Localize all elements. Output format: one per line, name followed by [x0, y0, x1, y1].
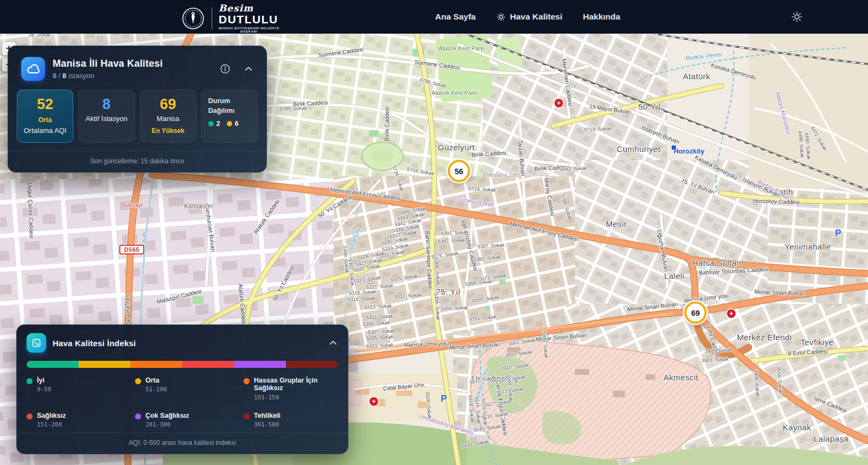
- scale-segment: [182, 361, 234, 368]
- nav-link-home[interactable]: Ana Sayfa: [435, 12, 476, 22]
- legend-item: Orta51-100: [135, 377, 244, 401]
- municipality-emblem-icon: [181, 7, 205, 30]
- legend-color-dot: [244, 413, 250, 419]
- highest-station-name: Manisa: [143, 114, 193, 123]
- active-stations-label: Aktif İstasyon: [81, 114, 131, 123]
- legend-label: Orta: [145, 377, 167, 384]
- status-count-value: 2: [216, 120, 220, 128]
- legend-color-dot: [135, 413, 141, 419]
- highest-label: En Yüksek: [143, 127, 193, 135]
- stat-card-distribution: Durum Dağılımı 26: [201, 90, 258, 143]
- brand-last-name: DUTLULU: [219, 14, 279, 25]
- air-quality-summary-panel: Manisa İli Hava Kalitesi 8 / 8 istasyon: [8, 46, 267, 173]
- legend-label: Hassas Gruplar İçin Sağlıksız: [254, 377, 338, 392]
- aqi-station-marker[interactable]: 69: [685, 302, 707, 324]
- collapse-chevron-icon[interactable]: [244, 64, 253, 74]
- station-count: 8 / 8 istasyon: [53, 72, 163, 80]
- average-aqi-value: 52: [20, 97, 70, 112]
- scale-segment: [27, 361, 79, 368]
- aqi-station-marker[interactable]: 56: [448, 160, 470, 182]
- nav-link-label: Hakkında: [583, 12, 620, 22]
- status-count-value: 6: [235, 120, 239, 128]
- status-dot: [227, 121, 232, 126]
- distribution-title: Durum Dağılımı: [208, 97, 251, 116]
- stat-card-active-stations: 8 Aktif İstasyon: [78, 90, 135, 143]
- legend-item: İyi0-50: [27, 377, 135, 401]
- cloud-icon: [21, 57, 45, 81]
- legend-range: 51-100: [145, 386, 167, 393]
- collapse-chevron-icon[interactable]: [328, 338, 338, 348]
- scale-segment: [79, 361, 131, 368]
- legend-range: 201-300: [145, 421, 189, 428]
- legend-color-dot: [135, 378, 141, 384]
- nav-link-air[interactable]: Hava Kalitesi: [496, 12, 563, 22]
- legend-item: Çok Sağlıksız201-300: [135, 412, 244, 428]
- brand-divider: [212, 8, 212, 29]
- last-update-text: Son güncelleme: 15 dakika önce: [8, 151, 266, 172]
- active-stations-value: 8: [81, 97, 131, 112]
- panel-title: Manisa İli Hava Kalitesi: [53, 58, 163, 69]
- scale-segment: [286, 361, 338, 368]
- legend-label: Çok Sağlıksız: [145, 412, 189, 419]
- legend-item: Sağlıksız151-200: [27, 412, 135, 428]
- legend-footer-text: AQI: 0-500 arası hava kalitesi indeksi: [17, 432, 348, 454]
- highest-aqi-value: 69: [143, 97, 193, 112]
- stat-card-highest: 69 Manisa En Yüksek: [140, 90, 196, 143]
- nav-link-label: Hava Kalitesi: [510, 12, 563, 22]
- distribution-count: 2: [208, 120, 220, 128]
- legend-color-dot: [27, 378, 33, 384]
- distribution-count: 6: [227, 120, 239, 128]
- brand-logo[interactable]: Besim DUTLULU MANİSA BÜYÜKŞEHİR BELEDİYE…: [181, 4, 279, 33]
- legend-color-dot: [27, 413, 33, 419]
- scale-segment: [130, 361, 182, 368]
- stats-row: 52 Orta Ortalama AQI 8 Aktif İstasyon 69…: [17, 90, 258, 143]
- legend-item: Hassas Gruplar İçin Sağlıksız101-150: [244, 377, 338, 401]
- aqi-color-scale: [27, 361, 338, 368]
- legend-label: Sağlıksız: [37, 412, 66, 419]
- legend-item: Tehlikeli301-500: [244, 412, 338, 428]
- legend-label: İyi: [37, 377, 52, 384]
- legend-color-dot: [244, 378, 250, 384]
- palette-icon: [27, 333, 46, 353]
- legend-title: Hava Kalitesi İndeksi: [53, 339, 136, 348]
- sun-icon: [791, 11, 803, 23]
- navbar: Besim DUTLULU MANİSA BÜYÜKŞEHİR BELEDİYE…: [0, 0, 868, 34]
- legend-range: 301-500: [254, 421, 280, 428]
- info-icon[interactable]: [220, 63, 231, 74]
- legend-label: Tehlikeli: [254, 412, 280, 419]
- legend-grid: İyi0-50Orta51-100Hassas Gruplar İçin Sağ…: [17, 377, 348, 428]
- legend-range: 0-50: [37, 386, 52, 393]
- theme-toggle-button[interactable]: [790, 10, 804, 24]
- average-aqi-label: Ortalama AQI: [20, 126, 70, 135]
- brand-first-name: Besim: [219, 4, 279, 13]
- scale-segment: [234, 361, 286, 368]
- legend-range: 151-200: [37, 421, 66, 428]
- aqi-legend-panel: Hava Kalitesi İndeksi İyi0-50Orta51-100H…: [16, 324, 348, 454]
- average-aqi-category: Orta: [20, 116, 70, 124]
- stat-card-average-aqi: 52 Orta Ortalama AQI: [17, 90, 73, 143]
- sun-icon: [496, 12, 506, 22]
- nav-links: Ana SayfaHava KalitesiHakkında: [435, 0, 620, 34]
- nav-link-label: Ana Sayfa: [435, 12, 476, 22]
- nav-link-about[interactable]: Hakkında: [583, 12, 620, 22]
- legend-range: 101-150: [254, 394, 338, 401]
- status-dot: [208, 121, 214, 126]
- brand-subtitle: MANİSA BÜYÜKŞEHİR BELEDİYEBAŞKANI: [219, 27, 279, 33]
